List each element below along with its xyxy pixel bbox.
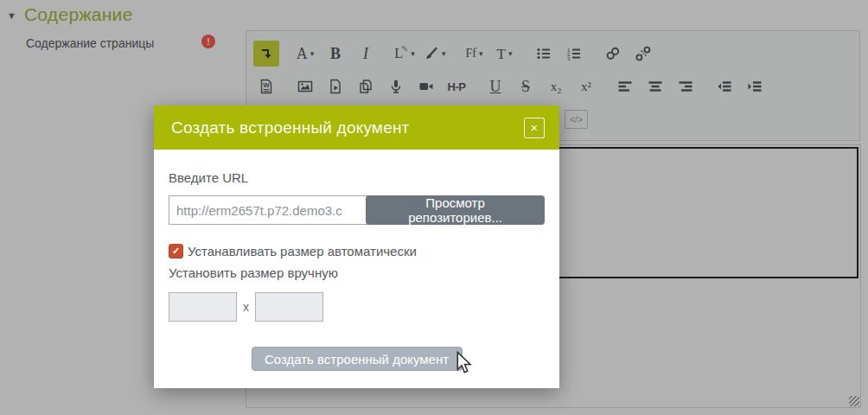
auto-size-checkbox[interactable]: ✓ [169, 244, 183, 259]
url-row: Просмотр репозиториев... [169, 195, 545, 225]
height-input[interactable] [255, 292, 323, 322]
submit-row: Создать встроенный документ [169, 347, 545, 371]
width-input[interactable] [169, 292, 237, 322]
embed-document-dialog: Создать встроенный документ × Введите UR… [154, 105, 559, 388]
close-icon: × [531, 121, 539, 134]
page: ▼ Содержание Содержание страницы ! A ▾ B [0, 0, 868, 415]
manual-size-label: Установить размер вручную [169, 265, 545, 280]
dialog-body: Введите URL Просмотр репозиториев... ✓ У… [154, 150, 559, 388]
create-embedded-document-button[interactable]: Создать встроенный документ [252, 347, 463, 371]
dialog-title: Создать встроенный документ [171, 118, 410, 137]
checkmark-icon: ✓ [172, 246, 180, 257]
dialog-header: Создать встроенный документ × [154, 105, 559, 150]
size-separator: x [243, 300, 249, 314]
close-button[interactable]: × [524, 118, 545, 138]
url-input[interactable] [169, 195, 367, 225]
url-label: Введите URL [169, 170, 545, 185]
auto-size-row: ✓ Устанавливать размер автоматически [169, 244, 545, 259]
browse-repositories-button[interactable]: Просмотр репозиториев... [366, 195, 545, 225]
auto-size-label: Устанавливать размер автоматически [188, 244, 417, 259]
size-row: x [169, 292, 545, 322]
